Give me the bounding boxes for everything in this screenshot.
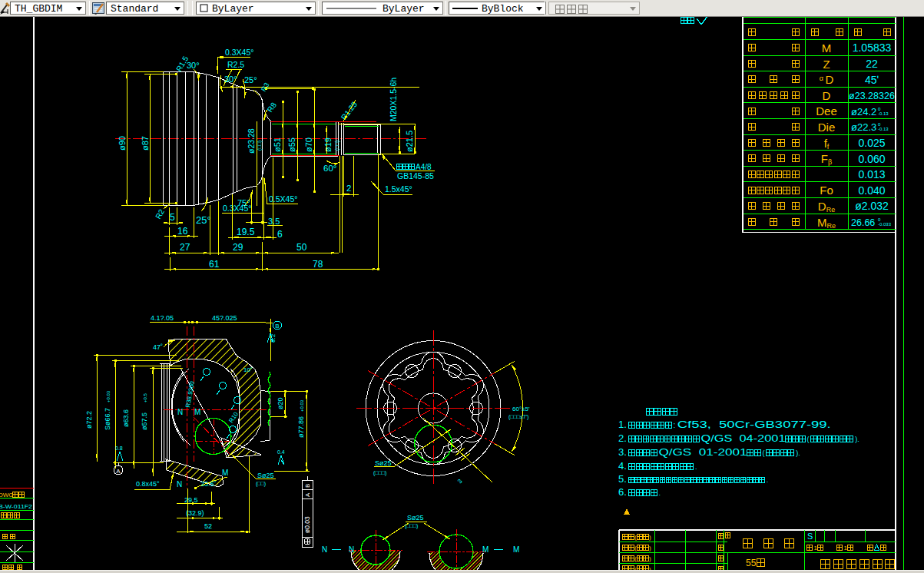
svg-text:ø23.28326: ø23.28326 <box>849 91 895 101</box>
svg-text:Dee: Dee <box>816 104 837 118</box>
svg-text:61: 61 <box>209 259 220 270</box>
svg-text:0.3X45°: 0.3X45° <box>225 48 253 57</box>
svg-text:R3: R3 <box>260 81 270 93</box>
svg-text:1.5x45°: 1.5x45° <box>385 184 412 194</box>
svg-text:1.05833: 1.05833 <box>853 41 892 54</box>
svg-text:ø87: ø87 <box>141 136 150 151</box>
svg-text:.: . <box>695 463 697 471</box>
svg-text:N: N <box>322 545 327 554</box>
svg-text:ø72.2: ø72.2 <box>85 411 93 429</box>
svg-text:1: 1 <box>814 545 818 551</box>
svg-text:55: 55 <box>746 558 757 568</box>
svg-text:N: N <box>177 480 182 489</box>
svg-text:ø57.5: ø57.5 <box>141 412 148 430</box>
svg-text:-0.033: -0.033 <box>878 222 892 227</box>
svg-text:D: D <box>823 89 831 102</box>
svg-text:1: 1 <box>844 545 848 551</box>
svg-text:0.025: 0.025 <box>858 137 885 149</box>
svg-text:29: 29 <box>233 242 243 253</box>
svg-text:3: 3 <box>456 478 464 485</box>
svg-text:ø55: ø55 <box>287 137 296 152</box>
svg-text:R2.5: R2.5 <box>227 60 244 69</box>
svg-text:ø23.28: ø23.28 <box>247 128 256 154</box>
svg-text:(□□□≤7'): (□□□≤7') <box>508 414 528 420</box>
svg-text:ø90: ø90 <box>118 136 127 151</box>
svg-text:23.5˚: 23.5˚ <box>200 480 217 488</box>
svg-text:2.: 2. <box>618 432 627 444</box>
svg-text:M: M <box>482 545 488 554</box>
svg-text:M: M <box>822 41 832 55</box>
svg-text:Z: Z <box>823 58 830 71</box>
svg-text:Sø25: Sø25 <box>407 514 424 522</box>
svg-text:Sø66.7: Sø66.7 <box>104 408 111 430</box>
svg-text:60°±5': 60°±5' <box>512 406 530 412</box>
svg-text:N: N <box>349 545 354 554</box>
svg-text:45?.025: 45?.025 <box>212 314 237 322</box>
svg-text:B: B <box>304 484 311 488</box>
svg-text:+0.03: +0.03 <box>300 399 304 412</box>
svg-text:Die: Die <box>818 121 836 134</box>
svg-text:(: ( <box>807 436 810 443</box>
svg-text:DRe: DRe <box>818 200 835 214</box>
svg-text:30°: 30° <box>187 61 200 70</box>
svg-text:-0.13: -0.13 <box>878 111 889 116</box>
svg-text:Fo: Fo <box>820 184 833 197</box>
svg-text:M20X1.5-6h: M20X1.5-6h <box>389 78 398 121</box>
svg-text:(: ( <box>763 449 765 457</box>
svg-text:25°: 25° <box>244 75 257 84</box>
svg-text:GB145-85: GB145-85 <box>397 171 434 181</box>
svg-text:22: 22 <box>866 58 878 70</box>
svg-text:.: . <box>767 476 769 484</box>
svg-text:B: B <box>275 323 279 330</box>
svg-text:ø70: ø70 <box>304 137 313 152</box>
svg-text:DWG: DWG <box>0 492 14 498</box>
svg-text:16: 16 <box>177 226 188 237</box>
svg-text:78: 78 <box>313 259 323 270</box>
svg-text:Sø25: Sø25 <box>257 472 274 479</box>
svg-text:ø51: ø51 <box>273 137 282 152</box>
svg-text:26.66: 26.66 <box>851 217 875 228</box>
svg-text:5.: 5. <box>618 473 627 485</box>
svg-text:4.: 4. <box>618 460 627 472</box>
svg-text:52: 52 <box>204 522 212 530</box>
svg-text:N: N <box>177 408 183 416</box>
svg-text:M: M <box>513 545 519 554</box>
svg-text:).: ). <box>796 449 800 457</box>
svg-text:A4/8: A4/8 <box>416 163 432 171</box>
svg-text:6: 6 <box>277 229 283 240</box>
svg-text:): ) <box>649 545 651 551</box>
svg-text:): ) <box>649 555 651 562</box>
svg-text:A: A <box>116 468 121 475</box>
svg-text:29.5: 29.5 <box>184 496 198 504</box>
svg-text:Q/GS 01-2001: Q/GS 01-2001 <box>659 446 747 458</box>
svg-text:3.2: 3.2 <box>270 333 277 343</box>
svg-text:(□□): (□□) <box>257 141 263 151</box>
svg-text:45ʹ: 45ʹ <box>865 74 879 86</box>
svg-text:1.: 1. <box>618 419 627 430</box>
svg-text:ø20: ø20 <box>277 397 284 409</box>
svg-text:ø0.03: ø0.03 <box>303 516 311 533</box>
svg-text:3.: 3. <box>618 446 627 458</box>
svg-text:30°: 30° <box>224 75 237 84</box>
svg-text:M: M <box>222 469 228 477</box>
svg-text:60°: 60° <box>323 164 336 173</box>
svg-text:R2: R2 <box>154 207 166 220</box>
svg-text:R8: R8 <box>266 101 279 114</box>
svg-text:6.: 6. <box>618 486 627 498</box>
svg-text:+0.5: +0.5 <box>143 392 147 402</box>
svg-text:0.013: 0.013 <box>858 168 885 181</box>
svg-text:A: A <box>304 492 311 497</box>
svg-text:0.3X45°: 0.3X45° <box>223 204 251 213</box>
svg-text:M: M <box>194 408 200 416</box>
svg-text:0.040: 0.040 <box>858 184 885 197</box>
svg-text:27: 27 <box>180 242 190 253</box>
svg-text:Cf53, 50Cr-GB3077-99.: Cf53, 50Cr-GB3077-99. <box>677 419 831 430</box>
svg-text:ø2.032: ø2.032 <box>855 200 889 212</box>
svg-text:10˚: 10˚ <box>243 366 253 373</box>
svg-text:(□□): (□□) <box>256 481 266 487</box>
svg-text:ff: ff <box>824 137 830 151</box>
svg-text:47˚: 47˚ <box>153 343 163 351</box>
svg-text:50: 50 <box>296 242 307 253</box>
svg-text:2: 2 <box>346 184 351 193</box>
svg-text:3.5: 3.5 <box>268 217 280 226</box>
